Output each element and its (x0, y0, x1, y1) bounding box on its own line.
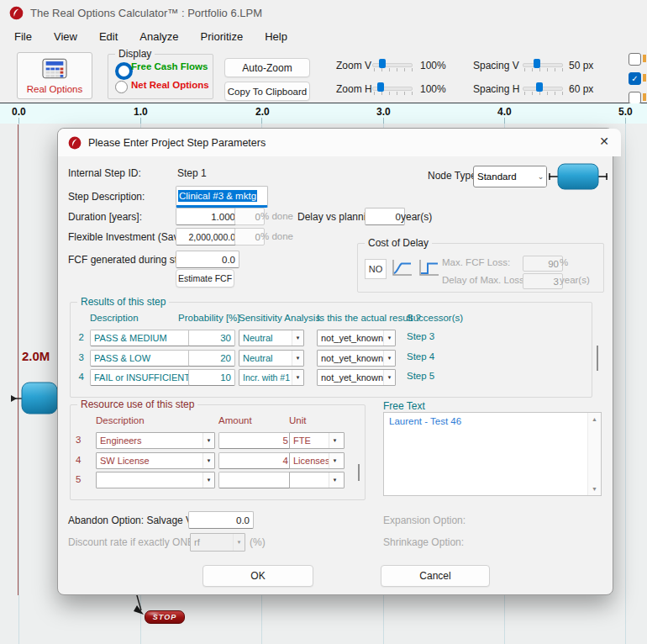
cancel-button[interactable]: Cancel (381, 565, 490, 587)
result-sensitivity-value: Neutral (239, 351, 292, 366)
radio-free-cash-flows-label[interactable]: Free Cash Flows (131, 61, 208, 71)
results-scroll-indicator[interactable] (597, 346, 598, 371)
resource-unit-select[interactable]: ▼ (289, 472, 345, 488)
estimate-fcf-button[interactable]: Estimate FCF (176, 269, 234, 288)
flexible-done-suffix: % done (260, 231, 293, 241)
resource-row-number: 5 (71, 474, 87, 484)
flexible-investment-input[interactable]: 2,000,000.0 (176, 228, 239, 245)
discount-rate-select: rf ▼ (190, 533, 245, 552)
spacing-h-slider-thumb[interactable] (536, 82, 543, 92)
result-probability-value: 10 (220, 372, 231, 383)
ruler-tick (261, 118, 262, 124)
duration-input[interactable]: 1.000 (176, 208, 239, 225)
app-window: { "window": { "title": "The Real Options… (0, 0, 647, 644)
menu-item-edit[interactable]: Edit (88, 26, 129, 47)
spacing-v-value: 50 px (569, 60, 593, 71)
result-actual-select[interactable]: not_yet_known ▼ (317, 350, 396, 367)
result-sensitivity-select[interactable]: Incr. with #1 ▼ (239, 369, 304, 386)
result-description-input[interactable]: PASS & MEDIUM (90, 330, 191, 346)
close-icon[interactable]: ✕ (599, 135, 609, 148)
resource-row-number: 3 (71, 435, 87, 445)
resource-amount-input[interactable] (218, 472, 292, 488)
resource-unit-value: Licenses (290, 453, 329, 468)
today-marker-line (18, 124, 18, 595)
ruler-tick (504, 118, 505, 124)
scroll-up-icon[interactable]: ▲ (588, 416, 601, 422)
resource-unit-select[interactable]: FTE ▼ (289, 432, 345, 449)
result-sensitivity-select[interactable]: Neutral ▼ (239, 330, 304, 346)
dropdown-arrow-icon: ▼ (292, 351, 303, 366)
menu-item-analyze[interactable]: Analyze (129, 26, 189, 47)
result-probability-input[interactable]: 20 (188, 350, 235, 367)
step-curve-icon[interactable] (417, 257, 440, 282)
menu-item-file[interactable]: File (3, 26, 43, 47)
result-sensitivity-value: Neutral (239, 330, 292, 346)
spacing-h-slider[interactable] (523, 82, 563, 95)
node-type-label: Node Type: (428, 170, 479, 182)
resource-description-value: Engineers (97, 433, 203, 448)
result-probability-input[interactable]: 10 (188, 369, 235, 386)
free-text-scrollbar[interactable]: ▲ ▼ (587, 413, 601, 495)
dropdown-arrow-icon: ▼ (329, 433, 340, 448)
copy-to-clipboard-button[interactable]: Copy To Clipboard (224, 82, 310, 101)
dropdown-arrow-icon: ▼ (292, 370, 303, 385)
spacing-h-value: 60 px (569, 83, 593, 95)
spacing-v-slider-thumb[interactable] (534, 59, 540, 68)
resource-description-select[interactable]: ▼ (96, 472, 215, 488)
result-actual-select[interactable]: not_yet_known ▼ (317, 330, 396, 346)
menu-item-view[interactable]: View (43, 26, 88, 47)
free-text-area[interactable]: Laurent - Test 46 ▲ ▼ (383, 412, 602, 496)
radio-net-real-options[interactable] (115, 81, 128, 93)
stop-node[interactable]: STOP (145, 610, 185, 624)
resources-scroll-indicator[interactable] (358, 464, 360, 481)
toolbar-checkbox-3[interactable] (629, 92, 641, 104)
internal-step-id-value: Step 1 (177, 167, 207, 179)
radio-free-cash-flows[interactable] (115, 62, 133, 80)
spacing-v-slider[interactable] (523, 59, 563, 71)
radio-net-real-options-label[interactable]: Net Real Options (131, 80, 209, 90)
result-description-input[interactable]: PASS & LOW (90, 350, 191, 367)
zoom-v-slider-thumb[interactable] (379, 59, 386, 68)
resource-amount-input[interactable]: 4 (218, 452, 292, 469)
toolbar-checkbox-2[interactable]: ✓ (629, 72, 641, 85)
delay-max-loss-input: 3 (523, 273, 563, 289)
ramp-curve-icon[interactable] (390, 257, 413, 282)
scroll-down-icon[interactable]: ▼ (588, 486, 601, 492)
delay-max-loss-label: Delay of Max. Loss: (442, 275, 527, 285)
real-options-button[interactable]: Real Options (17, 52, 92, 99)
step-parameters-dialog: Please Enter Project Step Parameters ✕ I… (57, 128, 613, 595)
cost-of-delay-no-button[interactable]: NO (365, 259, 387, 279)
dropdown-arrow-icon: ▼ (329, 472, 340, 488)
result-probability-value: 30 (220, 333, 231, 343)
resource-amount-input[interactable]: 5 (218, 432, 292, 449)
duration-done-suffix: % done (260, 211, 293, 221)
toolbar-checkbox-1[interactable] (629, 53, 641, 66)
menu-item-prioritize[interactable]: Prioritize (190, 26, 255, 47)
resource-description-select[interactable]: SW License ▼ (96, 452, 215, 469)
step-description-input[interactable]: Clinical #3 & mktg (176, 186, 268, 208)
node-type-select[interactable]: Standard ⌄ (473, 166, 547, 187)
result-sensitivity-select[interactable]: Neutral ▼ (239, 350, 304, 367)
result-actual-select[interactable]: not_yet_known ▼ (317, 369, 396, 386)
toolbar: Real Options Display Free Cash Flows Net… (0, 47, 647, 104)
abandon-option-input[interactable]: 0.0 (188, 511, 254, 529)
dropdown-arrow-icon: ▼ (203, 472, 214, 488)
window-title: The Real Options Calculator™ : Portfolio… (30, 7, 262, 19)
max-fcf-loss-label: Max. FCF Loss: (442, 257, 510, 267)
ok-button[interactable]: OK (203, 565, 313, 587)
fcf-input[interactable]: 0.0 (176, 251, 239, 268)
delay-vs-planning-input[interactable]: 0 (365, 208, 405, 225)
cost-of-delay-group: Cost of Delay NO Max. FCF Loss: 90 % Del… (357, 243, 604, 293)
result-actual-value: not_yet_known (318, 330, 383, 346)
menu-item-help[interactable]: Help (254, 26, 298, 47)
project-step-node[interactable] (3, 380, 57, 417)
auto-zoom-button[interactable]: Auto-Zoom (224, 58, 310, 77)
resource-description-select[interactable]: Engineers ▼ (96, 432, 215, 449)
zoom-v-slider[interactable] (372, 59, 413, 71)
zoom-h-slider[interactable] (372, 82, 413, 95)
resource-unit-select[interactable]: Licenses ▼ (289, 452, 345, 469)
result-description-input[interactable]: FAIL or INSUFFICIENT (90, 369, 191, 386)
resource-description-value (97, 472, 203, 488)
zoom-h-slider-thumb[interactable] (377, 82, 384, 92)
result-probability-input[interactable]: 30 (188, 330, 235, 346)
